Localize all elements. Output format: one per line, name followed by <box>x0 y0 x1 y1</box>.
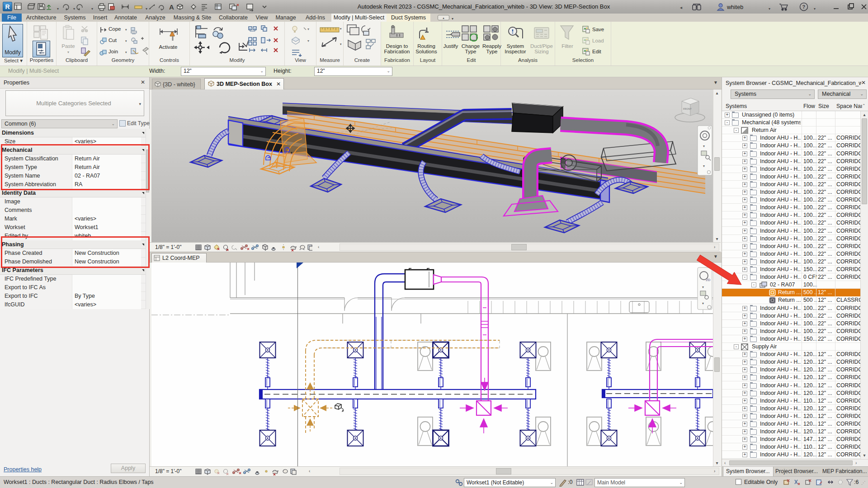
svg-text:▾: ▾ <box>307 39 309 43</box>
svg-text:▾: ▾ <box>703 164 705 168</box>
svg-text:FRONT: FRONT <box>683 108 692 110</box>
svg-text:A: A <box>169 3 174 11</box>
svg-text:▾: ▾ <box>702 301 704 305</box>
svg-text:?: ? <box>802 4 806 9</box>
svg-text:▾: ▾ <box>307 27 309 31</box>
svg-text:▾: ▾ <box>703 144 705 148</box>
